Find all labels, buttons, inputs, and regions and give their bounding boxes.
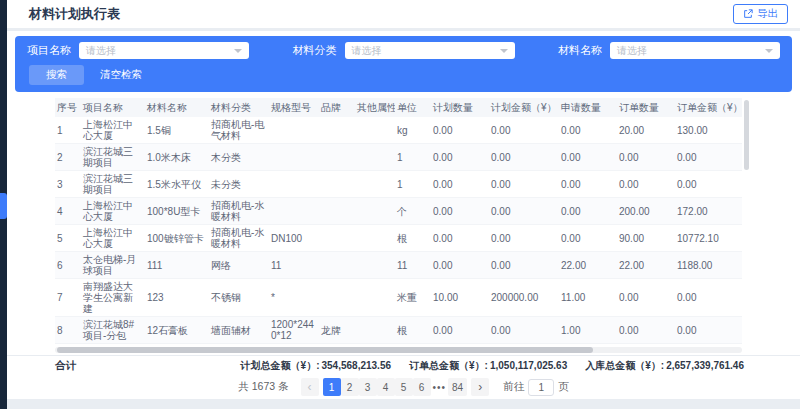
cell: 1 — [55, 123, 81, 138]
cell — [269, 182, 319, 186]
table-row: 4上海松江中心大厦100*8U型卡招商机电-水暖材料个0.000.000.002… — [55, 198, 742, 225]
table-row: 6太仓电梯-月球项目111网络11110.000.0022.0022.00118… — [55, 252, 742, 279]
cell: 1 — [395, 177, 431, 192]
filter-select-1[interactable]: 请选择 — [79, 42, 249, 59]
page-button-84[interactable]: 84 — [448, 378, 467, 396]
column-header-1: 序号 — [55, 98, 81, 117]
cell: 100镀锌管卡 — [145, 231, 209, 246]
cell: 太仓电梯-月球项目 — [81, 252, 145, 278]
cell — [319, 128, 355, 132]
cell: 招商机电-水暖材料 — [209, 344, 269, 345]
placeholder-text: 请选择 — [617, 44, 647, 58]
table-header-row: 序号项目名称材料名称材料分类规格型号品牌其他属性单位计划数量计划金额（¥）申请数… — [55, 98, 742, 117]
cell: 0.00 — [559, 150, 617, 165]
page-button-5[interactable]: 5 — [395, 378, 413, 396]
summary-item: 入库总金额（¥）:2,657,339,761.46 — [585, 359, 744, 373]
cell: 20.00 — [617, 123, 675, 138]
page-button-3[interactable]: 3 — [359, 378, 377, 396]
cell: 4 — [55, 204, 81, 219]
export-button-label: 导出 — [757, 7, 778, 21]
cell: 根 — [395, 231, 431, 246]
cell — [355, 155, 395, 159]
page-button-2[interactable]: 2 — [341, 378, 359, 396]
filter-label: 材料名称 — [558, 43, 602, 58]
horizontal-scrollbar-thumb[interactable] — [57, 347, 593, 353]
column-header-12: 订单数量 — [617, 98, 675, 117]
goto-page: 前往 页 — [503, 379, 569, 396]
clear-search-button[interactable]: 清空检索 — [100, 68, 142, 82]
cell: 12石膏板 — [145, 323, 209, 338]
table-row: 1上海松江中心大厦1.5铜招商机电-电气材料kg0.000.000.0020.0… — [55, 117, 742, 144]
cell: 2 — [55, 150, 81, 165]
cell: 0.00 — [617, 290, 675, 305]
cell: 0.00 — [431, 177, 489, 192]
cell: 130.00 — [675, 123, 741, 138]
cell: 0.00 — [559, 231, 617, 246]
goto-page-input[interactable] — [528, 379, 554, 396]
next-page-button[interactable]: › — [471, 378, 489, 396]
cell — [355, 296, 395, 300]
cell: 1200*2440*12 — [269, 317, 319, 343]
cell: 0.00 — [489, 177, 559, 192]
cell: 上海松江中心大厦 — [81, 117, 145, 143]
goto-label-suffix: 页 — [558, 380, 569, 394]
filter-label: 项目名称 — [27, 43, 71, 58]
cell — [319, 296, 355, 300]
cell: 0.00 — [617, 150, 675, 165]
page-button-6[interactable]: 6 — [413, 378, 431, 396]
cell — [355, 209, 395, 213]
summary-item-label: 计划总金额（¥）: — [241, 360, 320, 371]
column-header-13: 订单金额（¥） — [675, 98, 741, 117]
summary-item-value: 1,050,117,025.63 — [490, 360, 567, 371]
cell — [355, 236, 395, 240]
pagination: 共 1673 条 ‹ 123456•••84 › 前往 页 — [7, 375, 800, 399]
filter-select-3[interactable]: 请选择 — [610, 42, 780, 59]
chevron-down-icon — [234, 49, 242, 57]
summary-item-value: 354,568,213.56 — [322, 360, 392, 371]
cell: 木分类 — [209, 150, 269, 165]
cell: 0.00 — [489, 258, 559, 273]
cell — [355, 328, 395, 332]
cell: 22.00 — [617, 258, 675, 273]
sidebar-toggle-handle[interactable] — [0, 193, 7, 219]
cell: 10.00 — [431, 290, 489, 305]
vertical-scrollbar-thumb[interactable] — [744, 100, 749, 170]
cell: 个 — [395, 204, 431, 219]
cell: 南翔盛达大学生公寓新建 — [81, 279, 145, 316]
cell: 网络 — [209, 258, 269, 273]
summary-row: 合计 计划总金额（¥）:354,568,213.56订单总金额（¥）:1,050… — [7, 355, 800, 375]
cell: 招商机电-电气材料 — [209, 117, 269, 143]
vertical-scrollbar[interactable] — [744, 98, 749, 355]
data-table: 序号项目名称材料名称材料分类规格型号品牌其他属性单位计划数量计划金额（¥）申请数… — [55, 98, 742, 355]
export-button[interactable]: 导出 — [733, 4, 788, 24]
column-header-5: 规格型号 — [269, 98, 319, 117]
cell: 0.00 — [559, 177, 617, 192]
table-row: 5上海松江中心大厦100镀锌管卡招商机电-水暖材料DN100根0.000.000… — [55, 225, 742, 252]
cell: 0.00 — [431, 204, 489, 219]
cell: 0.00 — [431, 323, 489, 338]
cell: 0.00 — [675, 323, 741, 338]
cell: 0.00 — [431, 150, 489, 165]
cell: 0.00 — [489, 150, 559, 165]
cell: 200.00 — [617, 204, 675, 219]
filter-select-2[interactable]: 请选择 — [345, 42, 515, 59]
search-button[interactable]: 搜索 — [29, 65, 84, 85]
cell: 0.00 — [431, 231, 489, 246]
page-button-4[interactable]: 4 — [377, 378, 395, 396]
summary-item-label: 订单总金额（¥）: — [409, 360, 488, 371]
prev-page-button[interactable]: ‹ — [301, 378, 319, 396]
page-button-1[interactable]: 1 — [323, 378, 341, 396]
cell: 招商机电-水暖材料 — [209, 198, 269, 224]
cell: 1 — [395, 150, 431, 165]
cell: 22.00 — [559, 258, 617, 273]
cell — [319, 182, 355, 186]
horizontal-scrollbar[interactable] — [55, 347, 742, 353]
cell — [319, 263, 355, 267]
cell: 11 — [395, 258, 431, 273]
filter-actions: 搜索 清空检索 — [27, 65, 780, 85]
cell: 0.00 — [489, 323, 559, 338]
content-card: 项目名称请选择材料分类请选择材料名称请选择 搜索 清空检索 序号项目名称材料名称… — [7, 31, 800, 399]
page-title: 材料计划执行表 — [29, 5, 120, 23]
cell: 0.00 — [675, 290, 741, 305]
cell: 0.00 — [559, 204, 617, 219]
